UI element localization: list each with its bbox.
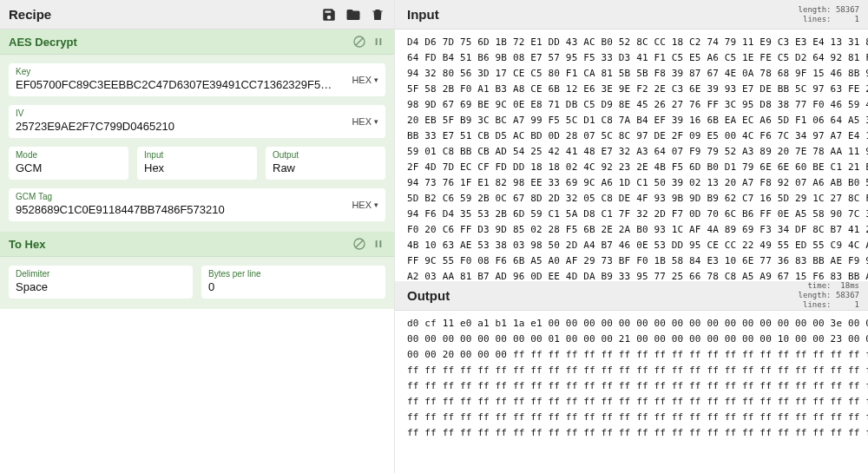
input-format-field[interactable]: Input Hex <box>137 147 257 180</box>
svg-rect-3 <box>379 38 381 45</box>
bpl-value[interactable]: 0 <box>208 279 378 293</box>
input-format-label: Input <box>144 150 250 161</box>
trash-icon[interactable] <box>370 7 385 23</box>
key-value[interactable]: EF05700FC89C3EEBBC2C47D6307E39491CC71362… <box>16 77 378 91</box>
output-block: Output time: 18ms length: 58367 lines: 1… <box>395 281 868 473</box>
svg-line-5 <box>356 240 363 247</box>
disable-op-icon[interactable] <box>352 35 366 49</box>
delimiter-field[interactable]: Delimiter Space <box>9 266 193 299</box>
output-hex-area[interactable]: d0 cf 11 e0 a1 b1 1a e1 00 00 00 00 00 0… <box>395 311 868 473</box>
input-block: Input length: 58367 lines: 1 D4 D6 7D 75… <box>395 0 868 281</box>
input-format-value[interactable]: Hex <box>144 161 250 174</box>
recipe-panel: Recipe AES Decrypt Key EF05700FC89C3EEBB… <box>0 0 395 473</box>
io-panel: Input length: 58367 lines: 1 D4 D6 7D 75… <box>395 0 868 473</box>
input-meta: length: 58367 lines: 1 <box>799 5 859 24</box>
bpl-label: Bytes per line <box>208 269 378 279</box>
output-title: Output <box>407 288 799 303</box>
svg-rect-7 <box>379 240 381 247</box>
delimiter-value[interactable]: Space <box>16 279 186 293</box>
pause-op-icon[interactable] <box>372 237 385 251</box>
iv-label: IV <box>16 108 378 119</box>
delimiter-label: Delimiter <box>16 269 186 279</box>
key-label: Key <box>16 67 378 77</box>
svg-line-1 <box>356 38 363 45</box>
key-field[interactable]: Key EF05700FC89C3EEBBC2C47D6307E39491CC7… <box>9 63 385 96</box>
gcm-tag-field[interactable]: GCM Tag 9528689C1C0E9118447BB7486F573210… <box>9 188 385 221</box>
save-icon[interactable] <box>321 7 337 23</box>
output-meta: time: 18ms length: 58367 lines: 1 <box>799 281 859 310</box>
gcm-tag-label: GCM Tag <box>16 192 378 202</box>
input-title: Input <box>407 7 799 22</box>
recipe-empty-area[interactable] <box>0 309 394 473</box>
input-header: Input length: 58367 lines: 1 <box>395 0 868 30</box>
recipe-title: Recipe <box>9 7 312 22</box>
output-format-value[interactable]: Raw <box>273 161 378 174</box>
iv-value[interactable]: 25723E9AE2F7C799D0465210 <box>16 119 378 133</box>
output-format-field[interactable]: Output Raw <box>266 147 385 180</box>
mode-value[interactable]: GCM <box>16 161 122 174</box>
svg-rect-6 <box>376 240 378 247</box>
key-format-selector[interactable]: HEX▾ <box>352 75 378 85</box>
op-body-to-hex: Delimiter Space Bytes per line 0 <box>0 257 394 309</box>
output-header: Output time: 18ms length: 58367 lines: 1 <box>395 281 868 311</box>
gcm-tag-value[interactable]: 9528689C1C0E9118447BB7486F573210 <box>16 202 378 216</box>
recipe-header: Recipe <box>0 0 394 30</box>
output-format-label: Output <box>273 150 378 161</box>
bytes-per-line-field[interactable]: Bytes per line 0 <box>201 266 385 299</box>
gcm-tag-format-selector[interactable]: HEX▾ <box>352 200 378 210</box>
op-name: To Hex <box>9 238 347 251</box>
op-body-aes-decrypt: Key EF05700FC89C3EEBBC2C47D6307E39491CC7… <box>0 55 394 232</box>
disable-op-icon[interactable] <box>352 237 366 251</box>
input-hex-area[interactable]: D4 D6 7D 75 6D 1B 72 E1 DD 43 AC B0 52 8… <box>395 30 868 281</box>
op-header-to-hex[interactable]: To Hex <box>0 232 394 257</box>
pause-op-icon[interactable] <box>372 35 385 49</box>
svg-rect-2 <box>376 38 378 45</box>
mode-label: Mode <box>16 150 122 161</box>
op-name: AES Decrypt <box>9 36 347 49</box>
folder-icon[interactable] <box>345 7 361 23</box>
op-header-aes-decrypt[interactable]: AES Decrypt <box>0 30 394 55</box>
mode-field[interactable]: Mode GCM <box>9 147 128 180</box>
iv-field[interactable]: IV 25723E9AE2F7C799D0465210 HEX▾ <box>9 105 385 138</box>
iv-format-selector[interactable]: HEX▾ <box>352 116 378 127</box>
